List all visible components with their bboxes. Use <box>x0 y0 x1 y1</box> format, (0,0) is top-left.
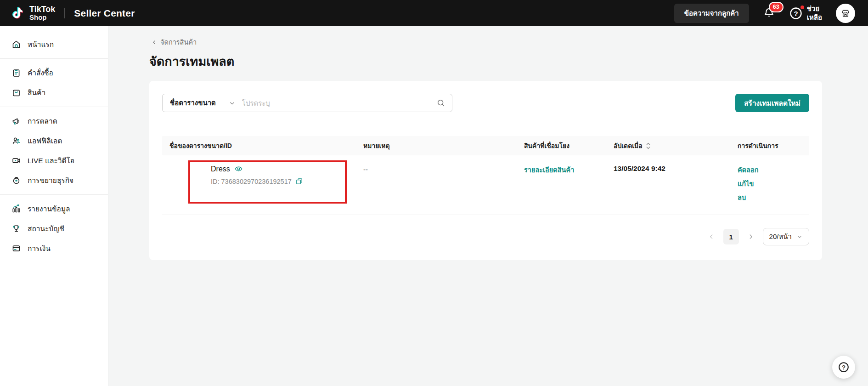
cell-actions: คัดลอก แก้ไข ลบ <box>738 165 809 203</box>
create-template-button[interactable]: สร้างเทมเพลตใหม่ <box>735 94 809 112</box>
topbar: TikTok Shop Seller Center ข้อความจากลูกค… <box>0 0 868 26</box>
business-growth-icon <box>11 176 21 185</box>
filter-dropdown[interactable]: ชื่อตารางขนาด <box>163 97 242 108</box>
floating-help-button[interactable]: ? <box>832 356 855 379</box>
product-name: Seller Center <box>74 8 135 19</box>
sidebar-item-label: หน้าแรก <box>28 39 54 50</box>
search-input[interactable] <box>242 99 433 107</box>
main-area: จัดการสินค้า จัดการเทมเพลต ชื่อตารางขนาด <box>108 26 868 386</box>
breadcrumb-label: จัดการสินค้า <box>160 37 197 47</box>
question-circle-icon: ? <box>789 6 803 20</box>
copy-icon[interactable] <box>295 177 303 185</box>
question-circle-icon: ? <box>837 361 850 374</box>
chevron-down-icon <box>796 233 803 240</box>
preview-eye-icon[interactable] <box>234 165 243 173</box>
sidebar-item-label: แอฟฟิลิเอต <box>28 135 62 147</box>
template-name: Dress <box>211 165 230 173</box>
sidebar-item-live-video[interactable]: LIVE และวิดีโอ <box>0 151 108 170</box>
marketing-icon <box>11 116 21 126</box>
search-button[interactable] <box>433 98 452 108</box>
products-icon <box>11 88 21 97</box>
sidebar-divider <box>0 194 108 195</box>
page-size-value: 20/หน้า <box>769 231 792 242</box>
sidebar-item-label: การเงิน <box>28 243 51 254</box>
sidebar-item-marketing[interactable]: การตลาด <box>0 111 108 131</box>
notification-badge: 63 <box>769 2 783 12</box>
table-row: Dress ID: 7368302970236192517 <box>162 155 809 215</box>
column-header-linked-products: สินค้าที่เชื่อมโยง <box>524 141 614 151</box>
sidebar-item-label: การขยายธุรกิจ <box>28 175 73 186</box>
table-header-row: ชื่อของตารางขนาด/ID หมายเหตุ สินค้าที่เช… <box>162 136 809 155</box>
current-page[interactable]: 1 <box>723 229 739 244</box>
storefront-icon <box>840 8 851 18</box>
logo-wordmark: TikTok Shop <box>29 5 55 21</box>
orders-icon <box>11 68 21 78</box>
sidebar-item-business-growth[interactable]: การขยายธุรกิจ <box>0 170 108 190</box>
next-page-button[interactable] <box>746 232 756 242</box>
page-size-select[interactable]: 20/หน้า <box>763 228 809 245</box>
sidebar-item-products[interactable]: สินค้า <box>0 83 108 102</box>
previous-page-button[interactable] <box>706 232 716 242</box>
cell-linked-products: รายละเอียดสินค้า <box>524 165 614 175</box>
affiliate-icon <box>11 136 21 146</box>
sort-icon[interactable] <box>646 142 651 150</box>
sidebar-item-finance[interactable]: การเงิน <box>0 238 108 258</box>
svg-text:?: ? <box>794 9 798 17</box>
account-status-icon <box>11 224 21 233</box>
live-video-icon <box>11 156 21 165</box>
sidebar-item-label: การตลาด <box>28 115 57 127</box>
product-details-link[interactable]: รายละเอียดสินค้า <box>524 165 574 175</box>
svg-text:?: ? <box>842 364 845 371</box>
sidebar-item-orders[interactable]: คำสั่งซื้อ <box>0 63 108 83</box>
notifications-button[interactable]: 63 <box>763 7 775 19</box>
column-header-note: หมายเหตุ <box>363 141 524 151</box>
sidebar-item-label: สินค้า <box>28 87 45 98</box>
tiktok-shop-logo[interactable]: TikTok Shop <box>11 5 55 21</box>
breadcrumb[interactable]: จัดการสินค้า <box>152 37 822 47</box>
template-id: ID: 7368302970236192517 <box>211 178 292 185</box>
sidebar-item-home[interactable]: หน้าแรก <box>0 34 108 54</box>
sidebar-item-account-status[interactable]: สถานะบัญชี <box>0 219 108 238</box>
data-report-icon <box>11 204 21 214</box>
sidebar-divider <box>0 107 108 107</box>
delete-action-link[interactable]: ลบ <box>738 192 809 203</box>
finance-icon <box>11 244 21 253</box>
help-alert-dot <box>800 6 804 9</box>
column-header-name-id: ชื่อของตารางขนาด/ID <box>162 141 363 151</box>
sidebar-divider <box>0 58 108 59</box>
column-header-actions: การดำเนินการ <box>738 141 809 151</box>
customer-messages-button[interactable]: ข้อความจากลูกค้า <box>674 4 749 23</box>
sidebar: หน้าแรก คำสั่งซื้อ สินค้า <box>0 26 108 386</box>
tiktok-note-icon <box>11 5 25 21</box>
sidebar-item-label: สถานะบัญชี <box>28 223 64 234</box>
help-label: ช่วย เหลือ <box>807 5 822 22</box>
home-icon <box>11 40 21 49</box>
chevron-left-icon <box>152 40 157 45</box>
toolbar: ชื่อตารางขนาด <box>162 94 809 112</box>
column-header-updated-at: อัปเดตเมื่อ <box>614 141 738 151</box>
sidebar-item-label: LIVE และวิดีโอ <box>28 155 74 166</box>
sidebar-item-label: รายงานข้อมูล <box>28 203 70 215</box>
sidebar-item-label: คำสั่งซื้อ <box>28 67 53 79</box>
topbar-divider <box>64 8 65 18</box>
pagination: 1 20/หน้า <box>162 228 809 245</box>
search-icon <box>436 98 445 108</box>
content-card: ชื่อตารางขนาด <box>149 81 822 260</box>
cell-updated-at: 13/05/2024 9:42 <box>614 165 738 173</box>
search-combo: ชื่อตารางขนาด <box>162 94 452 112</box>
cell-note: -- <box>363 165 524 173</box>
cell-name-id: Dress ID: 7368302970236192517 <box>162 165 363 185</box>
shop-avatar-button[interactable] <box>836 4 855 23</box>
edit-action-link[interactable]: แก้ไข <box>738 178 809 189</box>
page-title: จัดการเทมเพลต <box>149 51 822 71</box>
sidebar-item-affiliate[interactable]: แอฟฟิลิเอต <box>0 131 108 151</box>
sidebar-item-data-report[interactable]: รายงานข้อมูล <box>0 199 108 219</box>
help-button[interactable]: ? ช่วย เหลือ <box>789 5 822 22</box>
chevron-down-icon <box>229 100 236 107</box>
filter-selected-label: ชื่อตารางขนาด <box>170 97 216 108</box>
copy-action-link[interactable]: คัดลอก <box>738 165 809 175</box>
